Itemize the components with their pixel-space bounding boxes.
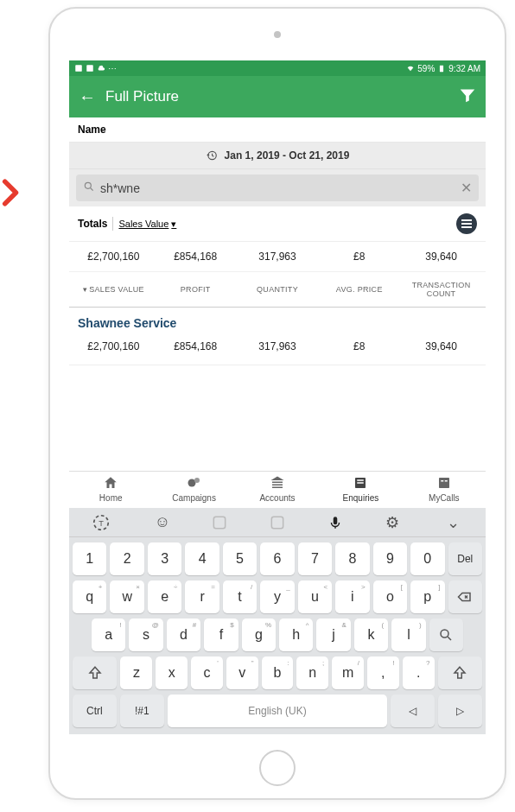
nav-accounts[interactable]: Accounts — [236, 475, 319, 503]
filter-button[interactable] — [458, 86, 477, 109]
result-transactions: 39,640 — [400, 340, 482, 352]
key-right-arrow[interactable]: ▷ — [438, 695, 482, 727]
kbd-voice-button[interactable] — [306, 515, 364, 530]
key-6[interactable]: 6 — [260, 542, 294, 575]
key-2[interactable]: 2 — [110, 542, 143, 575]
result-name[interactable]: Shawnee Service — [69, 308, 486, 333]
keyboard-rows: 1 2 3 4 5 6 7 8 9 0 Del +q ×w ÷e — [69, 537, 486, 734]
key-c[interactable]: 'c — [191, 657, 223, 689]
key-x[interactable]: x — [156, 657, 188, 689]
tablet-home-button[interactable] — [259, 750, 296, 786]
kbd-gif-button[interactable] — [249, 514, 307, 531]
more-icon: ⋯ — [108, 64, 117, 73]
key-a[interactable]: !a — [92, 619, 125, 651]
clear-search-button[interactable]: ✕ — [461, 180, 472, 196]
shift-icon — [452, 665, 467, 681]
key-s[interactable]: @s — [129, 619, 162, 651]
key-k[interactable]: (k — [354, 619, 388, 651]
key-j[interactable]: &j — [316, 619, 350, 651]
totals-header: Totals Sales Value ▾ — [69, 206, 486, 242]
key-symbols[interactable]: !#1 — [120, 695, 164, 727]
nav-mycalls[interactable]: MyCalls — [403, 475, 486, 503]
nav-campaigns[interactable]: Campaigns — [152, 475, 235, 503]
nav-enquiries-label: Enquiries — [343, 493, 379, 503]
key-o[interactable]: [o — [373, 580, 407, 613]
col-sales-value[interactable]: ▾SALES VALUE — [73, 281, 155, 298]
home-icon — [103, 475, 118, 491]
key-g[interactable]: %g — [242, 619, 276, 651]
key-shift-left[interactable] — [73, 657, 117, 689]
key-del[interactable]: Del — [448, 542, 482, 575]
kbd-collapse-button[interactable]: ⌄ — [424, 513, 482, 532]
back-button[interactable]: ← — [78, 87, 97, 107]
col-avg-price[interactable]: AVG. PRICE — [318, 281, 400, 298]
app-bar: ← Full Picture — [69, 76, 486, 117]
key-b[interactable]: :b — [262, 657, 294, 689]
enquiries-icon — [353, 475, 368, 491]
nav-home[interactable]: Home — [69, 475, 152, 503]
totals-quantity: 317,963 — [237, 251, 319, 263]
key-f[interactable]: $f — [204, 619, 238, 651]
kbd-text-mode-button[interactable]: T — [73, 513, 130, 532]
kbd-sticker-button[interactable] — [191, 514, 249, 531]
search-row: ✕ — [69, 169, 486, 206]
key-8[interactable]: 8 — [335, 542, 369, 575]
key-i[interactable]: >i — [335, 580, 369, 613]
key-v[interactable]: "v — [226, 657, 258, 689]
key-search[interactable] — [429, 619, 463, 651]
keyboard: T ☺ ⚙ ⌄ 1 — [69, 508, 486, 734]
key-e[interactable]: ÷e — [148, 580, 181, 613]
status-left-icons: ⋯ — [74, 64, 117, 73]
svg-rect-17 — [333, 517, 337, 524]
key-z[interactable]: z — [120, 657, 152, 689]
key-p[interactable]: ]p — [410, 580, 444, 613]
key-ctrl[interactable]: Ctrl — [73, 695, 117, 727]
key-m[interactable]: /m — [332, 657, 364, 689]
screen: ⋯ 59% 9:32 AM ← Full Picture Name Jan 1,… — [69, 60, 486, 734]
nav-accounts-label: Accounts — [259, 493, 295, 503]
search-input[interactable] — [100, 181, 455, 195]
key-4[interactable]: 4 — [185, 542, 219, 575]
kbd-emoji-button[interactable]: ☺ — [134, 513, 192, 531]
key-n[interactable]: ;n — [296, 657, 328, 689]
key-backspace[interactable] — [448, 580, 482, 613]
key-5[interactable]: 5 — [223, 542, 257, 575]
result-profit: £854,168 — [155, 340, 237, 352]
search-box[interactable]: ✕ — [76, 174, 479, 201]
key-u[interactable]: <u — [298, 580, 332, 613]
key-r[interactable]: =r — [185, 580, 219, 613]
kbd-row-z: z x 'c "v :b ;n /m !, ?. — [73, 657, 482, 689]
key-d[interactable]: #d — [167, 619, 200, 651]
wifi-icon — [406, 64, 415, 73]
sort-dropdown-label: Sales Value — [118, 219, 168, 229]
key-9[interactable]: 9 — [373, 542, 407, 575]
key-y[interactable]: _y — [260, 580, 294, 613]
key-l[interactable]: )l — [391, 619, 425, 651]
key-0[interactable]: 0 — [410, 542, 444, 575]
key-t[interactable]: /t — [223, 580, 257, 613]
nav-home-label: Home — [99, 493, 123, 503]
tablet-frame: ⋯ 59% 9:32 AM ← Full Picture Name Jan 1,… — [48, 7, 506, 800]
key-w[interactable]: ×w — [110, 580, 143, 613]
result-quantity: 317,963 — [237, 340, 319, 352]
col-quantity[interactable]: QUANTITY — [237, 281, 319, 298]
key-shift-right[interactable] — [438, 657, 482, 689]
key-comma[interactable]: !, — [367, 657, 399, 689]
kbd-settings-button[interactable]: ⚙ — [364, 513, 422, 532]
key-space[interactable]: English (UK) — [168, 695, 387, 727]
menu-button[interactable] — [456, 213, 477, 234]
key-h[interactable]: ^h — [279, 619, 313, 651]
totals-label: Totals — [78, 218, 107, 230]
key-7[interactable]: 7 — [298, 542, 332, 575]
key-period[interactable]: ?. — [403, 657, 435, 689]
key-left-arrow[interactable]: ◁ — [391, 695, 435, 727]
key-q[interactable]: +q — [73, 580, 106, 613]
col-transactions[interactable]: TRANSACTION COUNT — [400, 281, 482, 298]
totals-avg-price: £8 — [318, 251, 400, 263]
sort-dropdown[interactable]: Sales Value ▾ — [118, 219, 176, 230]
date-range-button[interactable]: Jan 1, 2019 - Oct 21, 2019 — [69, 143, 486, 169]
col-profit[interactable]: PROFIT — [155, 281, 237, 298]
nav-enquiries[interactable]: Enquiries — [319, 475, 402, 503]
key-3[interactable]: 3 — [148, 542, 181, 575]
key-1[interactable]: 1 — [73, 542, 106, 575]
